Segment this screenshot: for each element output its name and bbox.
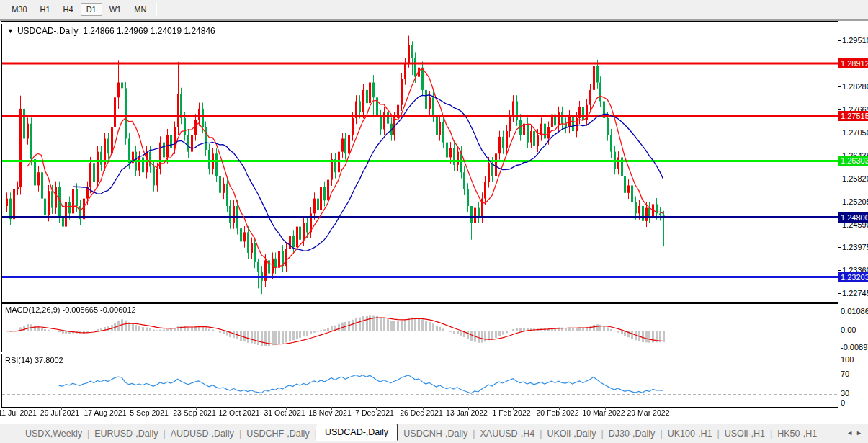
timeframe-button-m30[interactable]: M30 xyxy=(6,3,32,16)
tab-uk100-[interactable]: UK100-,H1 xyxy=(661,426,719,441)
macd-axis-label: 0.010869 xyxy=(841,307,868,316)
date-tick-label: 29 Mar 2022 xyxy=(627,408,670,417)
rsi-axis-label: 0 xyxy=(841,398,845,407)
tab-xauusd-[interactable]: XAUUSD-,H4 xyxy=(473,426,541,441)
price-tick-label: 1.28280 xyxy=(842,82,868,91)
macd-name: MACD(12,26,9) xyxy=(5,305,60,314)
chart-symbol-label: USDCAD-,Daily xyxy=(17,26,79,36)
level-price-badge: 1.23203 xyxy=(838,272,868,282)
macd-axis-label: 0.00 xyxy=(841,326,856,334)
rsi-axis-label: 70 xyxy=(841,370,849,378)
price-tick-label: 1.23975 xyxy=(842,243,868,251)
price-axis: 1.295101.282801.276651.270501.264351.258… xyxy=(838,21,868,424)
tab-ukoil-[interactable]: UKOil-,Daily xyxy=(540,426,602,441)
rsi-value: 37.8002 xyxy=(35,356,63,364)
chart-ohlc-values: 1.24866 1.24969 1.24019 1.24846 xyxy=(83,26,215,36)
rsi-name: RSI(14) xyxy=(5,356,32,364)
symbol-tabbar: USDX,Weekly|EURUSD-,Daily|AUDUSD-,Daily|… xyxy=(0,424,868,443)
macd-indicator-label: MACD(12,26,9) -0.005665 -0.006012 xyxy=(5,305,136,314)
price-tick-label: 1.25820 xyxy=(842,174,868,183)
tab-usdchf-[interactable]: USDCHF-,Daily xyxy=(240,426,316,441)
rsi-indicator-label: RSI(14) 37.8002 xyxy=(5,356,63,364)
collapse-indicator-icon[interactable]: ▼ xyxy=(7,27,14,35)
price-tick-label: 1.25205 xyxy=(842,197,868,206)
tab-usdcnh-[interactable]: USDCNH-,Daily xyxy=(397,426,474,441)
timeframe-button-mn[interactable]: MN xyxy=(128,3,152,16)
price-tick-label: 1.29510 xyxy=(842,36,868,45)
tab-usdcad-[interactable]: USDCAD-,Daily xyxy=(316,424,398,441)
tab-audusd-[interactable]: AUDUSD-,Daily xyxy=(164,426,241,441)
price-tick-label: 1.27050 xyxy=(842,128,868,137)
level-price-badge: 1.27515 xyxy=(838,111,868,121)
chart-title: ▼USDCAD-,Daily 1.24866 1.24969 1.24019 1… xyxy=(7,26,215,36)
date-tick-label: 13 Jan 2022 xyxy=(446,408,488,417)
tab-usdx[interactable]: USDX,Weekly xyxy=(19,426,89,441)
timeframe-button-w1[interactable]: W1 xyxy=(104,3,127,16)
rsi-axis-label: 30 xyxy=(841,389,849,398)
date-tick-label: 17 Aug 2021 xyxy=(84,408,127,417)
toolbar-separator xyxy=(156,3,157,16)
level-price-badge: 1.28912 xyxy=(838,58,868,68)
macd-axis-label: -0.008974 xyxy=(841,343,868,352)
tab-eurusd-[interactable]: EURUSD-,Daily xyxy=(88,426,164,441)
price-tick-label: 1.22745 xyxy=(842,289,868,297)
date-tick-label: 12 Oct 2021 xyxy=(218,408,259,417)
timeframe-toolbar: 5M30H1H4D1W1MN xyxy=(0,0,868,19)
tab-hk50-[interactable]: HK50-,H1 xyxy=(771,426,823,441)
tab-scroll-right-icon[interactable]: ► xyxy=(856,429,865,437)
date-tick-label: 5 Sep 2021 xyxy=(130,408,169,417)
timeframe-button-d1[interactable]: D1 xyxy=(81,3,102,16)
tab-usoil-[interactable]: USOil-,H1 xyxy=(718,426,771,441)
tab-dj30-[interactable]: DJ30-,Daily xyxy=(602,426,662,441)
date-tick-label: 1 Feb 2022 xyxy=(492,408,530,417)
date-tick-label: 10 Mar 2022 xyxy=(583,408,625,417)
date-tick-label: 20 Feb 2022 xyxy=(537,408,579,417)
date-tick-label: 23 Sep 2021 xyxy=(173,408,216,417)
chart-canvas[interactable] xyxy=(1,22,838,424)
timeframe-button-h4[interactable]: H4 xyxy=(58,3,79,16)
timeframe-button-h1[interactable]: H1 xyxy=(35,3,56,16)
date-tick-label: 29 Jul 2021 xyxy=(40,408,79,417)
level-price-badge: 1.26303 xyxy=(838,156,868,166)
tab-scroll-arrows[interactable]: ◄► xyxy=(846,429,865,437)
rsi-axis-label: 100 xyxy=(841,355,854,364)
date-tick-label: 26 Dec 2021 xyxy=(400,408,443,417)
date-tick-label: 11 Jul 2021 xyxy=(0,408,37,417)
level-price-badge: 1.24800 xyxy=(838,212,868,223)
trading-platform-window: 5M30H1H4D1W1MN ▼USDCAD-,Daily 1.24866 1.… xyxy=(0,0,868,443)
macd-values: -0.005665 -0.006012 xyxy=(62,305,135,314)
date-tick-label: 18 Nov 2021 xyxy=(308,408,352,417)
date-tick-label: 31 Oct 2021 xyxy=(264,408,305,417)
date-tick-label: 7 Dec 2021 xyxy=(355,408,394,417)
tab-scroll-left-icon[interactable]: ◄ xyxy=(846,429,856,437)
timeframe-button-5[interactable]: 5 xyxy=(0,3,4,16)
